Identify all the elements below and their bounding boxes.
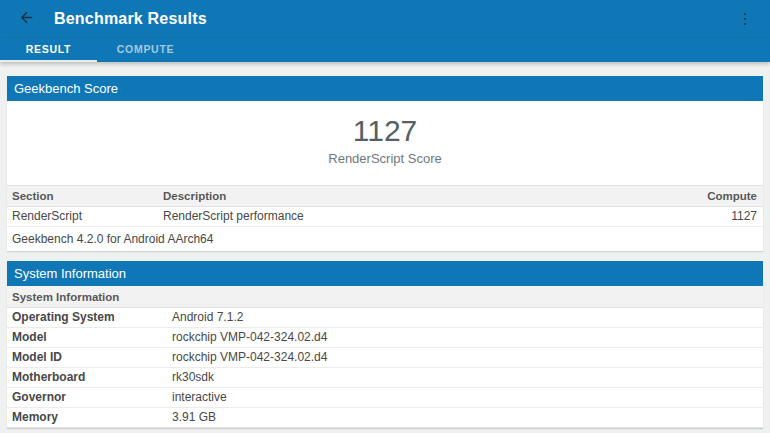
active-tab-indicator [0,60,97,63]
score-label: RenderScript Score [7,151,763,166]
geekbench-score-card: Geekbench Score 1127 RenderScript Score … [7,76,763,251]
table-row-operating-system: Operating System Android 7.1.2 [7,308,763,328]
score-value: 1127 [7,101,763,147]
back-button[interactable] [13,6,39,32]
cell-compute: 1127 [731,207,757,226]
geekbench-score-section-header: Geekbench Score [7,76,763,101]
table-row-governor: Governor interactive [7,388,763,408]
row-label: Model [12,328,172,347]
table-row: RenderScript RenderScript performance 11… [7,207,763,227]
app-bar: Benchmark Results [0,0,770,38]
row-value: interactive [172,388,763,407]
overflow-menu-button[interactable] [732,6,758,32]
arrow-left-icon [18,9,35,30]
system-information-subheader: System Information [7,286,763,308]
row-value: 3.91 GB [172,408,763,427]
row-label: Governor [12,388,172,407]
table-row-model: Model rockchip VMP-042-324.02.d4 [7,328,763,348]
row-value: rockchip VMP-042-324.02.d4 [172,328,763,347]
row-value: rockchip VMP-042-324.02.d4 [172,348,763,367]
row-label: Operating System [12,308,172,327]
system-information-card: System Information System Information Op… [7,261,763,428]
table-row-model-id: Model ID rockchip VMP-042-324.02.d4 [7,348,763,368]
tab-result-label: RESULT [26,43,71,55]
column-header-compute: Compute [707,186,757,206]
page-title: Benchmark Results [54,10,732,28]
row-label: Motherboard [12,368,172,387]
cell-section: RenderScript [12,207,163,226]
row-label: Memory [12,408,172,427]
tab-compute[interactable]: COMPUTE [97,38,194,62]
table-row-motherboard: Motherboard rk30sdk [7,368,763,388]
cell-description: RenderScript performance [163,207,731,226]
column-header-description: Description [163,186,707,206]
system-information-section-header: System Information [7,261,763,286]
geekbench-version-note: Geekbench 4.2.0 for Android AArch64 [7,227,763,251]
row-label: Model ID [12,348,172,367]
tab-compute-label: COMPUTE [117,43,174,55]
tab-bar: RESULT COMPUTE [0,38,770,62]
row-value: rk30sdk [172,368,763,387]
vertical-ellipsis-icon [744,13,747,26]
tab-result[interactable]: RESULT [0,38,97,62]
column-header-section: Section [12,186,163,206]
table-row-memory: Memory 3.91 GB [7,408,763,428]
row-value: Android 7.1.2 [172,308,763,327]
benchmark-table-header: Section Description Compute [7,185,763,207]
score-area: 1127 RenderScript Score [7,101,763,185]
